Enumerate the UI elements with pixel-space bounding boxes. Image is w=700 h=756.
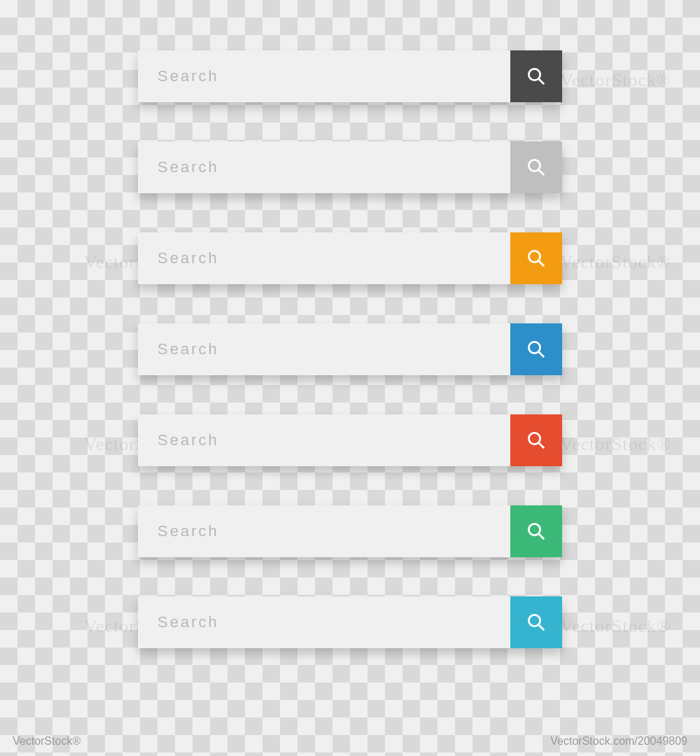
search-button[interactable]: [510, 323, 562, 375]
svg-point-10: [528, 524, 540, 535]
search-bar-5: Search: [138, 414, 562, 466]
search-button[interactable]: [510, 596, 562, 648]
search-button[interactable]: [510, 232, 562, 284]
svg-line-1: [539, 79, 545, 85]
search-bar-4: Search: [138, 323, 562, 375]
search-input[interactable]: Search: [138, 522, 510, 540]
search-icon: [526, 66, 547, 87]
search-input[interactable]: Search: [138, 613, 510, 631]
search-bar-3: Search: [138, 232, 562, 284]
svg-point-2: [528, 160, 540, 171]
search-button[interactable]: [510, 50, 562, 102]
svg-line-5: [539, 261, 545, 267]
search-icon: [526, 430, 547, 451]
search-icon: [526, 339, 547, 360]
search-icon: [526, 521, 547, 542]
search-bar-2: Search: [138, 141, 562, 193]
search-bar-6: Search: [138, 505, 562, 557]
svg-point-4: [528, 251, 540, 262]
footer: VectorStock® VectorStock.com/20049809: [0, 735, 700, 748]
search-input[interactable]: Search: [138, 249, 510, 267]
svg-point-0: [528, 69, 540, 80]
svg-line-13: [539, 625, 545, 631]
search-bar-1: Search: [138, 50, 562, 102]
search-input[interactable]: Search: [138, 67, 510, 85]
svg-line-11: [539, 534, 545, 540]
search-button[interactable]: [510, 414, 562, 466]
search-icon: [526, 248, 547, 269]
svg-point-8: [528, 433, 540, 444]
search-input[interactable]: Search: [138, 340, 510, 358]
search-icon: [526, 157, 547, 178]
search-button[interactable]: [510, 141, 562, 193]
svg-point-12: [528, 615, 540, 626]
svg-line-7: [539, 352, 545, 358]
search-icon: [526, 612, 547, 633]
svg-point-6: [528, 342, 540, 353]
footer-brand: VectorStock®: [13, 735, 80, 748]
svg-line-3: [539, 170, 545, 176]
search-input[interactable]: Search: [138, 158, 510, 176]
svg-line-9: [539, 443, 545, 449]
search-bars-container: Search Search Search Search Search Searc…: [0, 0, 700, 756]
search-input[interactable]: Search: [138, 431, 510, 449]
search-button[interactable]: [510, 505, 562, 557]
footer-id: VectorStock.com/20049809: [550, 735, 687, 748]
search-bar-7: Search: [138, 596, 562, 648]
